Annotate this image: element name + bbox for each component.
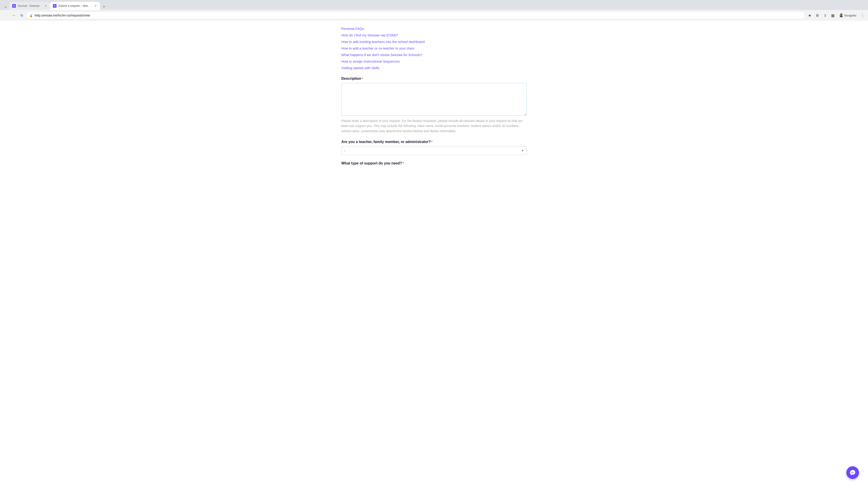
bookmark-icon: ★ [808, 13, 811, 18]
download-button[interactable]: ⇓ [822, 12, 829, 19]
back-button[interactable]: ← [2, 12, 9, 19]
forward-button[interactable]: → [10, 12, 17, 19]
more-icon: ⋮ [861, 13, 864, 18]
plus-icon: + [103, 4, 105, 9]
description-label: Description * [341, 76, 527, 80]
incognito-indicator[interactable]: 🥷 Incognito [837, 12, 859, 18]
support-type-section: What type of support do you need? * [341, 161, 527, 165]
link-dont-renew[interactable]: What happens if we don't renew Seesaw fo… [341, 52, 527, 58]
reload-button[interactable]: ↻ [18, 12, 25, 19]
tab-title-journal: Journal - Seesaw [18, 4, 42, 7]
link-renewal-faqs[interactable]: Renewal FAQs [341, 25, 527, 32]
suggested-links-section: Renewal FAQs How do I find my Seesaw rep… [341, 25, 527, 71]
tab-close-journal[interactable]: ✕ [44, 4, 48, 8]
browser-tabs-bar: ⌄ S Journal - Seesaw ✕ S Submit a reques… [0, 0, 868, 10]
role-select[interactable]: - Teacher Family Member Administrator [341, 146, 527, 155]
download-icon: ⇓ [824, 13, 827, 18]
description-textarea[interactable] [341, 83, 527, 116]
toolbar-actions: ★ ⚙ ⇓ ▩ 🥷 Incognito ⋮ [806, 12, 866, 19]
forward-icon: → [12, 13, 16, 18]
extensions-button[interactable]: ⚙ [814, 12, 821, 19]
new-tab-button[interactable]: + [101, 4, 107, 10]
reload-icon: ↻ [20, 13, 23, 18]
lock-icon: 🔒 [29, 14, 33, 17]
link-instructional-sequences[interactable]: How to assign Instructional Sequences [341, 58, 527, 65]
chevron-down-icon: ⌄ [4, 4, 7, 8]
description-helper-text: Please enter a description of your reque… [341, 119, 527, 133]
link-add-teacher-coteacher[interactable]: How to add a teacher or co-teacher to yo… [341, 45, 527, 52]
puzzle-icon: ⚙ [816, 13, 819, 18]
tab-title-submit: Submit a request – Seesaw Hel… [58, 4, 92, 7]
tab-favicon-journal: S [12, 4, 16, 8]
support-required-marker: * [402, 162, 403, 165]
bookmark-button[interactable]: ★ [806, 12, 813, 19]
address-text: help.seesaw.me/hc/en-us/requests/new [35, 13, 802, 17]
devices-icon: ▩ [831, 13, 835, 18]
devices-button[interactable]: ▩ [829, 12, 836, 19]
role-label: Are you a teacher, family member, or adm… [341, 140, 527, 144]
incognito-icon: 🥷 [839, 13, 843, 18]
link-add-existing-teachers[interactable]: How to add existing teachers into the sc… [341, 38, 527, 45]
role-required-marker: * [431, 140, 432, 144]
address-bar[interactable]: 🔒 help.seesaw.me/hc/en-us/requests/new [26, 11, 805, 19]
link-getting-started-skills[interactable]: Getting started with Skills [341, 65, 527, 71]
link-find-rep[interactable]: How do I find my Seesaw rep (CSM)? [341, 32, 527, 38]
tab-list-dropdown[interactable]: ⌄ [2, 3, 9, 10]
tab-close-submit[interactable]: ✕ [94, 4, 97, 8]
tab-submit[interactable]: S Submit a request – Seesaw Hel… ✕ [50, 2, 100, 10]
tab-journal[interactable]: S Journal - Seesaw ✕ [9, 2, 50, 10]
support-type-label: What type of support do you need? * [341, 161, 527, 165]
page-content: Renewal FAQs How do I find my Seesaw rep… [332, 21, 536, 185]
browser-toolbar: ← → ↻ 🔒 help.seesaw.me/hc/en-us/requests… [0, 10, 868, 21]
role-section: Are you a teacher, family member, or adm… [341, 140, 527, 155]
role-select-wrapper: - Teacher Family Member Administrator ▼ [341, 146, 527, 155]
description-required-marker: * [362, 77, 363, 80]
description-section: Description * Please enter a description… [341, 76, 527, 133]
more-button[interactable]: ⋮ [859, 12, 866, 19]
tab-favicon-submit: S [53, 4, 57, 8]
incognito-label: Incognito [844, 14, 856, 17]
browser-chrome: ⌄ S Journal - Seesaw ✕ S Submit a reques… [0, 0, 868, 21]
back-icon: ← [4, 13, 7, 18]
